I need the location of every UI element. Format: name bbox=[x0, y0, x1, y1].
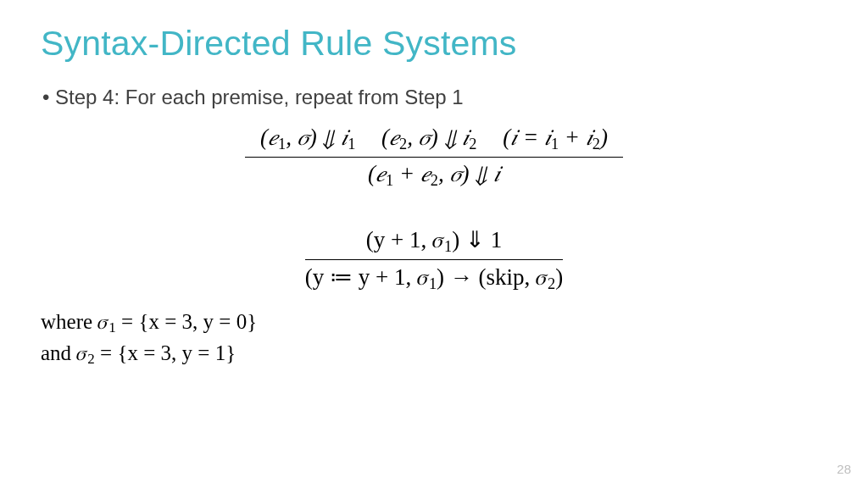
inference-rule-assignment: (y + 1, 𝜎1) ⇓ 1 (y ≔ y + 1, 𝜎1) → (skip,… bbox=[41, 226, 827, 292]
rule1-conclusion: (𝑒1 + 𝑒2, 𝜎) ⇓ 𝑖 bbox=[245, 158, 623, 190]
sigma1-def: where 𝜎1 = {x = 3, y = 0} bbox=[41, 308, 827, 338]
slide: Syntax-Directed Rule Systems Step 4: For… bbox=[0, 0, 868, 488]
state-definitions: where 𝜎1 = {x = 3, y = 0} and 𝜎2 = {x = … bbox=[41, 308, 827, 369]
sigma2-def: and 𝜎2 = {x = 3, y = 1} bbox=[41, 339, 827, 369]
rule1-premises: (𝑒1, 𝜎) ⇓ 𝑖1 (𝑒2, 𝜎) ⇓ 𝑖2 (𝑖 = 𝑖1 + 𝑖2) bbox=[245, 125, 623, 158]
inference-rule-addition: (𝑒1, 𝜎) ⇓ 𝑖1 (𝑒2, 𝜎) ⇓ 𝑖2 (𝑖 = 𝑖1 + 𝑖2) … bbox=[41, 125, 827, 189]
slide-title: Syntax-Directed Rule Systems bbox=[41, 24, 827, 64]
rule2-premise: (y + 1, 𝜎1) ⇓ 1 bbox=[305, 226, 564, 260]
bullet-step4: Step 4: For each premise, repeat from St… bbox=[42, 86, 827, 109]
page-number: 28 bbox=[837, 462, 851, 476]
rule2-conclusion: (y ≔ y + 1, 𝜎1) → (skip, 𝜎2) bbox=[305, 260, 564, 293]
